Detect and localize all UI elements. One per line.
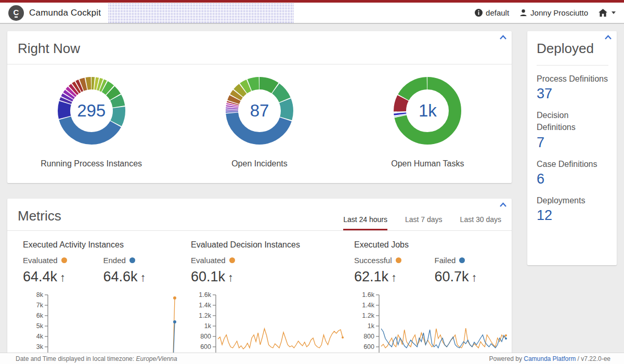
donut-value[interactable]: 1k (394, 77, 461, 145)
collapse-panel-icon[interactable] (604, 35, 612, 40)
timezone-note: Date and Time displayed in local timezon… (16, 355, 177, 362)
timezone-value: Europe/Vienna (136, 355, 177, 362)
svg-text:1.2k: 1.2k (362, 312, 374, 319)
trend-up-icon: ↑ (60, 271, 66, 284)
stat-value: 62.1k↑ (354, 269, 435, 285)
chevron-down-icon (612, 11, 616, 14)
donut-value[interactable]: 87 (226, 77, 293, 145)
svg-text:600: 600 (200, 343, 211, 350)
user-name: Jonny Prosciutto (530, 8, 588, 17)
stat-evaluated: Evaluated 60.1k↑ (191, 256, 282, 285)
svg-text:1.2k: 1.2k (199, 312, 211, 319)
donut-label: Open Human Tasks (344, 159, 511, 168)
svg-text:4k: 4k (36, 333, 44, 340)
trend-up-icon: ↑ (228, 271, 233, 284)
legend-label: Evaluated (191, 256, 226, 265)
stat-label: Decision Definitions (537, 109, 608, 133)
stat-value[interactable]: 7 (537, 135, 608, 151)
app-brand[interactable]: C Camunda Cockpit (0, 5, 101, 21)
stat-value[interactable]: 6 (537, 171, 608, 187)
trend-up-icon: ↑ (140, 271, 146, 284)
stat-label: Deployments (537, 194, 608, 206)
svg-text:1.6k: 1.6k (362, 291, 374, 298)
open-incidents-chart: 87 Open Incidents (176, 77, 343, 168)
tab-last-24-hours[interactable]: Last 24 hours (343, 215, 387, 230)
deployed-process-definitions: Process Definitions 37 (537, 73, 608, 102)
metric-title: Executed Jobs (354, 240, 515, 250)
panel-title: Metrics (18, 208, 61, 230)
stat-value: 60.7k↑ (435, 269, 515, 285)
svg-text:7k: 7k (36, 302, 44, 309)
stat-value: 64.4k↑ (23, 269, 103, 285)
app-title: Camunda Cockpit (29, 8, 101, 18)
donut-label: Running Process Instances (8, 159, 175, 168)
engine-label: default (486, 8, 509, 17)
legend-dot (61, 257, 67, 263)
stat-value[interactable]: 37 (537, 86, 608, 102)
svg-text:800: 800 (363, 333, 374, 340)
svg-text:1.4k: 1.4k (362, 302, 374, 309)
donut-value[interactable]: 295 (58, 77, 125, 145)
svg-text:3k: 3k (36, 343, 44, 350)
legend-dot (396, 257, 401, 263)
stat-label: Process Definitions (537, 73, 608, 85)
metrics-panel: Metrics Last 24 hours Last 7 days Last 3… (7, 199, 512, 364)
stat-evaluated: Evaluated 64.4k↑ (23, 256, 103, 285)
stat-value[interactable]: 12 (537, 207, 608, 224)
legend-label: Evaluated (23, 256, 58, 265)
legend-dot (129, 257, 135, 263)
deployed-decision-definitions: Decision Definitions 7 (537, 109, 608, 150)
svg-text:6k: 6k (36, 312, 44, 319)
metrics-range-tabs: Last 24 hours Last 7 days Last 30 days (343, 215, 501, 230)
info-icon (475, 9, 483, 17)
tab-last-7-days[interactable]: Last 7 days (405, 215, 443, 230)
footer: Date and Time displayed in local timezon… (0, 353, 624, 364)
user-icon (519, 9, 527, 17)
stat-label: Case Definitions (537, 158, 608, 170)
navbar: C Camunda Cockpit default Jonny Prosciut… (0, 3, 624, 24)
legend-label: Ended (103, 256, 126, 265)
svg-text:800: 800 (200, 333, 211, 340)
metric-column-decision-instances: Evaluated Decision Instances Evaluated 6… (184, 231, 347, 364)
powered-by: Powered by Camunda Platform / v7.22.0-ee (489, 355, 610, 362)
engine-selector[interactable]: default (475, 8, 509, 17)
stat-failed: Failed 60.7k↑ (435, 256, 515, 285)
collapse-panel-icon[interactable] (499, 35, 507, 40)
metric-column-executed-jobs: Executed Jobs Successful 62.1k↑ Failed 6… (347, 231, 515, 364)
tab-last-30-days[interactable]: Last 30 days (460, 215, 501, 230)
deployed-case-definitions: Case Definitions 6 (537, 158, 608, 187)
svg-text:1k: 1k (368, 322, 375, 330)
camunda-logo-icon: C (8, 5, 24, 21)
stat-ended: Ended 64.6k↑ (103, 256, 184, 285)
trend-up-icon: ↑ (472, 271, 477, 284)
open-human-tasks-chart: 1k Open Human Tasks (344, 77, 511, 168)
stat-value: 64.6k↑ (103, 269, 184, 285)
deployed-panel: Deployed Process Definitions 37 Decision… (527, 31, 617, 265)
svg-text:1.4k: 1.4k (199, 302, 211, 309)
collapse-panel-icon[interactable] (499, 202, 507, 207)
svg-text:1k: 1k (204, 322, 212, 330)
svg-text:5k: 5k (36, 322, 44, 330)
svg-text:8k: 8k (36, 291, 44, 298)
legend-label: Failed (435, 256, 456, 265)
app-switcher[interactable] (599, 9, 616, 17)
legend-dot (459, 257, 465, 263)
metric-title: Executed Activity Instances (23, 240, 184, 250)
camunda-platform-link[interactable]: Camunda Platform (524, 355, 576, 362)
stat-successful: Successful 62.1k↑ (354, 256, 435, 285)
donut-label: Open Incidents (176, 159, 343, 168)
svg-text:600: 600 (363, 343, 374, 350)
stat-value: 60.1k↑ (191, 269, 282, 285)
brand-top-strip (0, 0, 624, 3)
svg-text:1.6k: 1.6k (199, 291, 211, 298)
metric-title: Evaluated Decision Instances (191, 240, 347, 250)
right-now-panel: Right Now 295 Running Process Instances … (7, 31, 512, 183)
trend-up-icon: ↑ (391, 271, 397, 284)
metric-column-activity-instances: Executed Activity Instances Evaluated 64… (16, 231, 184, 364)
user-menu[interactable]: Jonny Prosciutto (519, 8, 588, 17)
deployed-deployments: Deployments 12 (537, 194, 608, 224)
running-process-instances-chart: 295 Running Process Instances (8, 77, 175, 168)
legend-label: Successful (354, 256, 392, 265)
svg-text:C: C (14, 8, 19, 17)
panel-title: Deployed (537, 41, 594, 56)
